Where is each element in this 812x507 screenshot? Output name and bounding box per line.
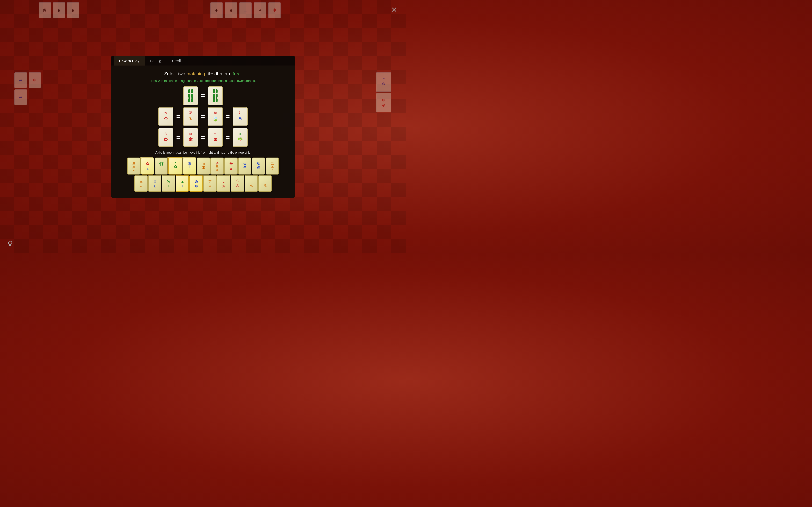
- tile-flower-3: 梅 ✽: [208, 128, 223, 147]
- svg-rect-8: [213, 94, 215, 98]
- btile-10: ⊕ ⊕: [252, 157, 265, 174]
- equals-flowers-3: =: [226, 134, 230, 140]
- svg-text:三: 三: [216, 165, 219, 168]
- equals-1: =: [201, 92, 205, 99]
- svg-text:菊: 菊: [202, 162, 205, 165]
- svg-text:🎋: 🎋: [237, 137, 243, 143]
- svg-rect-2: [189, 94, 190, 98]
- instruction-suffix: .: [241, 71, 242, 76]
- bottom-tile-row-2: 萬 人 ❄ 四 竹 Ⅱ ❀ ⇓: [118, 175, 288, 192]
- btile2-7: 東 萬: [217, 175, 230, 192]
- btile2-10: 三 萬: [258, 175, 272, 192]
- svg-text:✿: ✿: [174, 164, 177, 168]
- btile2-5: ⊕ ⊕: [190, 175, 203, 192]
- svg-text:⇑: ⇑: [188, 165, 191, 169]
- svg-text:✽: ✽: [213, 137, 217, 142]
- svg-text:✿: ✿: [164, 116, 168, 121]
- svg-text:二: 二: [271, 162, 274, 165]
- svg-text:Ⅱ: Ⅱ: [168, 184, 169, 188]
- bg-tile: 二: [239, 2, 252, 18]
- svg-text:萬: 萬: [250, 184, 253, 187]
- svg-text:三: 三: [264, 180, 266, 183]
- bg-tile: ⊕ ⊕: [376, 93, 392, 112]
- free-tile-text: A tile is free if it can be moved left o…: [118, 151, 288, 154]
- svg-text:萬: 萬: [222, 184, 225, 188]
- btile2-6: 菊 ☀: [203, 175, 216, 192]
- btile2-2: ❄ 四: [148, 175, 161, 192]
- svg-text:菊: 菊: [208, 180, 212, 183]
- bg-tile: ⊕: [14, 89, 27, 105]
- tile-bamboo-left: [183, 86, 198, 105]
- svg-text:竹: 竹: [159, 161, 164, 166]
- svg-text:萬: 萬: [140, 180, 143, 183]
- tab-setting[interactable]: Setting: [145, 56, 167, 66]
- svg-text:❀: ❀: [181, 179, 184, 184]
- svg-text:人: 人: [133, 169, 135, 171]
- tab-bar: How to Play Setting Credits: [111, 56, 295, 66]
- svg-text:夏: 夏: [189, 111, 192, 114]
- tile-match-area: = 春: [118, 86, 288, 147]
- svg-rect-5: [191, 98, 193, 102]
- bg-tile: ⊕: [53, 2, 65, 18]
- equals-flowers-1: =: [176, 134, 180, 140]
- bg-tile: ⚘: [254, 2, 266, 18]
- svg-text:❄: ❄: [153, 179, 157, 184]
- btile2-3: 竹 Ⅱ: [162, 175, 175, 192]
- svg-text:✿: ✿: [164, 136, 168, 143]
- tile-bamboo-right: [208, 86, 223, 105]
- svg-text:竹: 竹: [167, 179, 170, 183]
- svg-text:萬: 萬: [133, 165, 135, 169]
- btile-stack-1: ✿ ❄: [141, 157, 154, 174]
- btile-3: 竹 Ⅱ: [155, 157, 168, 174]
- svg-text:⊕: ⊕: [243, 165, 247, 170]
- svg-text:菊: 菊: [164, 132, 167, 135]
- svg-text:⊕: ⊕: [236, 178, 239, 182]
- svg-text:人: 人: [236, 183, 239, 187]
- svg-text:三: 三: [133, 162, 135, 165]
- match-row-flowers: 菊 ✿ = 蘭 ✾ = 梅 ✽: [158, 128, 248, 147]
- btile-11: 二 萬 人: [266, 157, 279, 174]
- tile-spring: 春 ✿: [158, 107, 173, 126]
- instruction-main: Select two matching tiles that are free.: [118, 70, 288, 77]
- btile-stack-2: 東 ⇑: [183, 157, 196, 174]
- svg-text:春: 春: [164, 111, 167, 114]
- svg-text:四: 四: [153, 184, 156, 188]
- svg-rect-1: [191, 89, 193, 93]
- btile-7: 萬 三 萬: [210, 157, 224, 174]
- equals-seasons-1: =: [176, 113, 180, 120]
- close-button[interactable]: ✕: [389, 5, 399, 14]
- bottom-tile-row: 三 萬 人 ✿ ❄ 竹 Ⅱ: [118, 157, 288, 174]
- svg-text:一: 一: [250, 180, 253, 183]
- btile2-9: 一 萬: [245, 175, 258, 192]
- bg-tile: ⊕: [210, 2, 223, 18]
- svg-point-73: [8, 241, 12, 244]
- btile-1: 三 萬 人: [127, 157, 140, 174]
- tile-winter: 冬 ❄: [233, 107, 248, 126]
- svg-text:🍃: 🍃: [212, 116, 219, 122]
- instruction-sub: Tiles with the same image match. Also, t…: [118, 79, 288, 82]
- svg-rect-10: [213, 98, 215, 102]
- svg-text:竹: 竹: [239, 132, 242, 135]
- svg-text:✽: ✽: [202, 165, 205, 170]
- tab-credits[interactable]: Credits: [167, 56, 189, 66]
- lightbulb-icon: [7, 240, 13, 249]
- match-row-seasons: 春 ✿ = 夏 ☀ = 秋 🍃: [158, 107, 248, 126]
- svg-text:秋: 秋: [214, 111, 217, 114]
- tile-flower-4: 竹 🎋: [233, 128, 248, 147]
- tab-how-to-play[interactable]: How to Play: [114, 56, 145, 66]
- svg-text:❄: ❄: [147, 168, 149, 170]
- svg-text:❄: ❄: [238, 116, 242, 121]
- svg-text:蘭: 蘭: [190, 132, 192, 135]
- svg-text:⊕: ⊕: [257, 161, 260, 165]
- btile-9: ⊕ ⊕: [238, 157, 251, 174]
- tile-autumn: 秋 🍃: [208, 107, 223, 126]
- svg-rect-9: [216, 94, 217, 98]
- svg-text:⊕: ⊕: [194, 179, 198, 184]
- bg-tile: ⊕: [14, 72, 27, 88]
- match-row-1: =: [183, 86, 223, 105]
- btile2-8: ⊕ 人: [231, 175, 244, 192]
- svg-rect-3: [191, 94, 193, 98]
- svg-text:人: 人: [140, 184, 143, 187]
- svg-text:⚘: ⚘: [174, 160, 177, 164]
- svg-text:⊕: ⊕: [243, 161, 247, 165]
